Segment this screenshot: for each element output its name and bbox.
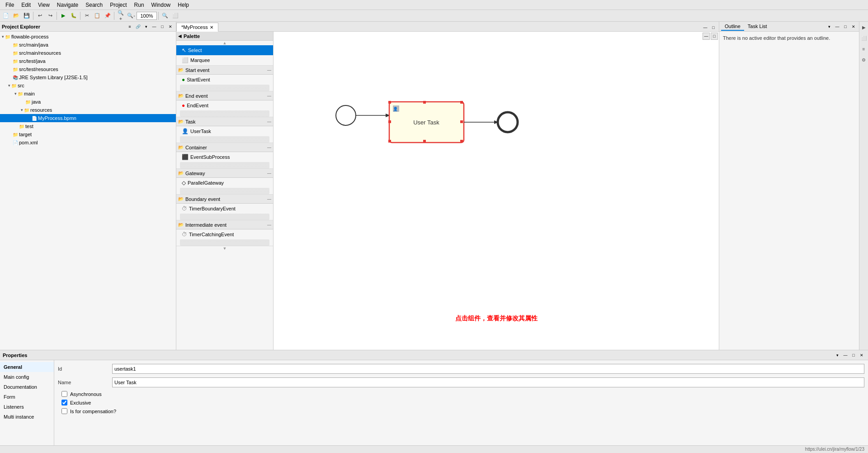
outline-menu-btn[interactable]: ▾ <box>826 23 833 30</box>
editor-tab-myprocess[interactable]: *MyProcess ✕ <box>176 23 218 32</box>
canvas-min-btn[interactable]: — <box>703 33 710 40</box>
palette-section-header-boundary[interactable]: 📂 Boundary event — <box>176 195 273 204</box>
palette-scroll-up[interactable]: ▲ <box>176 41 273 45</box>
prop-nav-general[interactable]: General <box>0 362 54 372</box>
prop-nav-multiinstance[interactable]: Multi instance <box>0 412 54 422</box>
palette-item-usertask[interactable]: 👤 UserTask <box>176 126 273 136</box>
tree-item[interactable]: 📁src/test/resources <box>0 65 176 73</box>
canvas-area[interactable]: 👤 User Task <box>274 32 719 350</box>
prop-nav-listeners[interactable]: Listeners <box>0 402 54 412</box>
far-right-icon-1[interactable]: ▶ <box>860 24 868 31</box>
menu-help[interactable]: Help <box>174 1 193 9</box>
undo-btn[interactable]: ↩ <box>35 11 45 21</box>
far-right-icon-4[interactable]: ⚙ <box>860 56 868 63</box>
tree-item[interactable]: 📄pom.xml <box>0 138 176 147</box>
redo-btn[interactable]: ↪ <box>45 11 55 21</box>
palette-scroll-down[interactable]: ▼ <box>176 246 273 251</box>
palette-item-marquee[interactable]: ⬜ Marquee <box>176 55 273 65</box>
open-btn[interactable]: 📂 <box>11 11 21 21</box>
palette-item-eventsubprocess[interactable]: ⬛ EventSubProcess <box>176 152 273 162</box>
start-event-shape[interactable] <box>336 105 356 125</box>
tree-item[interactable]: 📁target <box>0 130 176 138</box>
canvas-max-btn[interactable]: □ <box>711 33 718 40</box>
editor-minimize-btn[interactable]: — <box>702 24 709 31</box>
palette-item-startevent[interactable]: ● StartEvent <box>176 75 273 85</box>
palette-section-header-container[interactable]: 📂 Container — <box>176 143 273 152</box>
explorer-max-btn[interactable]: □ <box>159 23 166 30</box>
explorer-menu-btn[interactable]: ▾ <box>142 23 150 30</box>
usertask-icon: 👤 <box>182 128 189 134</box>
menu-project[interactable]: Project <box>106 1 130 9</box>
cut-btn[interactable]: ✂ <box>82 11 92 21</box>
run-btn[interactable]: ▶ <box>58 11 68 21</box>
tab-tasklist[interactable]: Task List <box>744 23 771 31</box>
outline-max-btn[interactable]: □ <box>842 23 849 30</box>
link-editor-btn[interactable]: 🔗 <box>134 23 142 30</box>
tree-item[interactable]: ▾📁main <box>0 90 176 98</box>
far-right-icon-3[interactable]: ≡ <box>860 45 868 52</box>
palette-section-header-task[interactable]: 📂 Task — <box>176 117 273 126</box>
maximize-btn[interactable]: ⬜ <box>170 11 180 21</box>
palette-collapse-btn[interactable]: ◀ <box>178 33 182 38</box>
prop-input-name[interactable] <box>112 377 864 387</box>
explorer-close-btn[interactable]: ✕ <box>167 23 174 30</box>
editor-maximize-btn[interactable]: □ <box>710 24 717 31</box>
palette-item-timerboundary[interactable]: ⏱ TimerBoundaryEvent <box>176 204 273 214</box>
save-btn[interactable]: 💾 <box>22 11 32 21</box>
tree-item[interactable]: 📄MyProcess.bpmn <box>0 114 176 122</box>
properties-min-btn[interactable]: — <box>842 352 849 359</box>
collapse-all-btn[interactable]: ≡ <box>126 23 133 30</box>
zoom-in-btn[interactable]: 🔍+ <box>116 11 126 21</box>
tree-item[interactable]: 📁src/main/resources <box>0 49 176 57</box>
outline-close-btn[interactable]: ✕ <box>850 23 857 30</box>
end-event-shape[interactable] <box>498 112 518 132</box>
prop-input-id[interactable] <box>112 364 864 374</box>
search-btn[interactable]: 🔍 <box>160 11 170 21</box>
prop-nav-mainconfig[interactable]: Main config <box>0 372 54 382</box>
menu-navigate[interactable]: Navigate <box>53 1 82 9</box>
tree-item[interactable]: 📁src/test/java <box>0 57 176 65</box>
zoom-input[interactable]: 100% <box>137 12 157 20</box>
tree-item[interactable]: ▾📁src <box>0 81 176 90</box>
menu-window[interactable]: Window <box>148 1 175 9</box>
palette-section-header-start[interactable]: 📂 Start event — <box>176 66 273 75</box>
menu-file[interactable]: File <box>2 1 18 9</box>
tab-outline[interactable]: Outline <box>721 23 744 31</box>
menu-view[interactable]: View <box>34 1 53 9</box>
tree-item[interactable]: 📚JRE System Library [J2SE-1.5] <box>0 73 176 81</box>
properties-max-btn[interactable]: □ <box>850 352 857 359</box>
tree-item[interactable]: 📁java <box>0 98 176 106</box>
paste-btn[interactable]: 📌 <box>103 11 113 21</box>
menu-edit[interactable]: Edit <box>18 1 34 9</box>
outline-min-btn[interactable]: — <box>834 23 841 30</box>
prop-nav-documentation[interactable]: Documentation <box>0 382 54 392</box>
palette-section-header-gateway[interactable]: 📂 Gateway — <box>176 169 273 178</box>
prop-checkbox-row-exclusive: Exclusive <box>58 400 864 405</box>
debug-btn[interactable]: 🐛 <box>69 11 79 21</box>
tree-item[interactable]: ▾📁resources <box>0 106 176 114</box>
properties-close-btn[interactable]: ✕ <box>858 352 865 359</box>
palette-item-endevent[interactable]: ● EndEvent <box>176 100 273 110</box>
explorer-min-btn[interactable]: — <box>151 23 158 30</box>
copy-btn[interactable]: 📋 <box>92 11 102 21</box>
prop-checkbox-async[interactable] <box>61 391 67 397</box>
palette-section-header-end[interactable]: 📂 End event — <box>176 91 273 100</box>
prop-checkbox-compensation[interactable] <box>61 408 67 414</box>
palette-item-select[interactable]: ↖ Select <box>176 45 273 55</box>
menu-run[interactable]: Run <box>131 1 148 9</box>
tree-item[interactable]: 📁src/main/java <box>0 41 176 49</box>
properties-menu-btn[interactable]: ▾ <box>834 352 841 359</box>
prop-checkbox-exclusive[interactable] <box>61 400 67 405</box>
tree-item[interactable]: 📁test <box>0 122 176 130</box>
far-right-icon-2[interactable]: ⬜ <box>860 34 868 42</box>
zoom-out-btn[interactable]: 🔍- <box>126 11 136 21</box>
prop-nav-form[interactable]: Form <box>0 392 54 402</box>
palette-item-parallelgateway[interactable]: ◇ ParallelGateway <box>176 178 273 188</box>
tab-close-btn[interactable]: ✕ <box>210 25 213 30</box>
palette-item-label-start: StartEvent <box>187 77 210 82</box>
palette-item-timercatching[interactable]: ⏱ TimerCatchingEvent <box>176 229 273 239</box>
menu-search[interactable]: Search <box>82 1 106 9</box>
tree-item[interactable]: ▾📁flowable-process <box>0 33 176 41</box>
new-btn[interactable]: 📄 <box>1 11 11 21</box>
palette-section-header-intermediate[interactable]: 📂 Intermediate event — <box>176 220 273 229</box>
